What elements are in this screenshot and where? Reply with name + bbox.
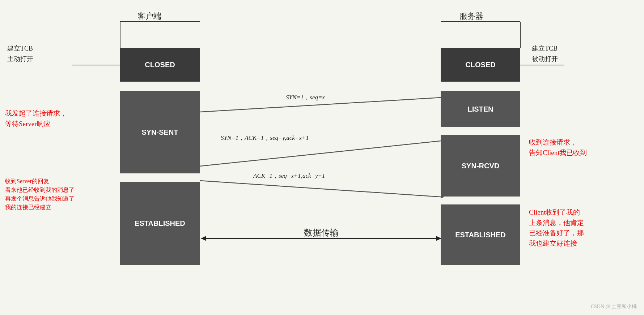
server-listen-box: LISTEN: [441, 91, 520, 127]
left-mid-annotation: 我发起了连接请求，等待Server响应: [5, 108, 67, 129]
server-established-box: ESTABLISHED: [441, 204, 520, 265]
client-established-box: ESTABLISHED: [120, 182, 200, 265]
data-transfer-label: 数据传输: [304, 227, 339, 238]
server-closed-box: CLOSED: [441, 48, 520, 82]
right-mid-annotation: 收到连接请求，告知Client我已收到: [529, 137, 587, 158]
diagram-container: 客户端 服务器 CLOSED SYN-SENT ESTABLISHED CLOS…: [0, 0, 644, 315]
client-syn-sent-box: SYN-SENT: [120, 91, 200, 173]
arrow-syn-label: SYN=1，seq=x: [286, 93, 325, 102]
left-top-annotation: 建立TCB主动打开: [7, 43, 33, 64]
server-column-label: 服务器: [459, 11, 483, 22]
svg-line-10: [200, 141, 441, 166]
arrow-ack-label: ACK=1，seq=x+1,ack=y+1: [253, 172, 325, 180]
client-column-label: 客户端: [137, 11, 161, 22]
client-closed-box: CLOSED: [120, 48, 200, 82]
server-syn-rcvd-box: SYN-RCVD: [441, 135, 520, 197]
left-bottom-annotation: 收到Server的回复看来他已经收到我的消息了再发个消息告诉他我知道了我的连接已…: [5, 177, 75, 212]
arrow-syn-ack-label: SYN=1，ACK=1，seq=y,ack=x+1: [221, 134, 309, 142]
svg-marker-16: [201, 236, 206, 241]
right-top-annotation: 建立TCB被动打开: [532, 43, 558, 64]
right-bottom-annotation: Client收到了我的上条消息，他肯定已经准备好了，那我也建立好连接: [529, 207, 584, 249]
watermark: CSDN @ 土豆和小橘: [591, 303, 637, 310]
svg-line-12: [200, 181, 441, 197]
